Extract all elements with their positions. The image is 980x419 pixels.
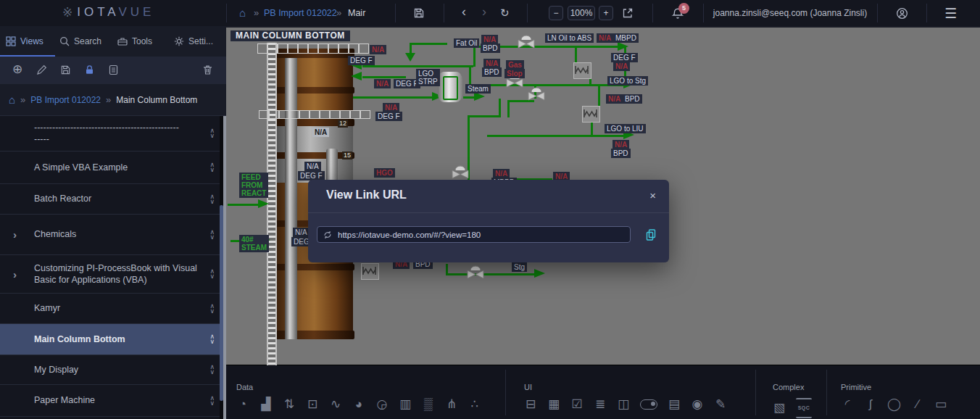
pipe-segment xyxy=(469,65,471,86)
map-icon[interactable]: ▧ xyxy=(773,402,786,415)
home-icon[interactable]: ⌂ xyxy=(239,7,246,18)
reorder-handle[interactable]: ∧∨ xyxy=(209,396,215,406)
zoom-in-button[interactable]: + xyxy=(599,6,613,20)
calendar-icon[interactable]: ▦ xyxy=(547,398,560,411)
reorder-handle[interactable]: ∧∨ xyxy=(209,230,215,240)
dial-icon[interactable]: ◶ xyxy=(375,398,389,411)
open-external-button[interactable] xyxy=(622,7,634,19)
heatmap-icon[interactable]: ▒ xyxy=(422,398,435,411)
sidebar-item-main-column-bottom[interactable]: Main Column Bottom∧∨ xyxy=(0,324,226,355)
button-icon[interactable]: ⊟ xyxy=(524,398,537,411)
reorder-handle[interactable]: ∧∨ xyxy=(209,128,215,138)
logo-text: IOTA xyxy=(77,5,118,19)
divider xyxy=(226,4,227,22)
save-view-button[interactable] xyxy=(413,7,425,19)
valve-icon xyxy=(528,87,545,101)
sidebar-item-label: Batch Reactor xyxy=(34,193,202,204)
copy-link-button[interactable] xyxy=(646,229,656,241)
tab-settings[interactable]: Setti... xyxy=(174,26,213,57)
sqc-icon[interactable]: SQC xyxy=(796,398,812,418)
ellipse-icon[interactable]: ◯ xyxy=(887,398,901,411)
canvas-label: N/A xyxy=(370,45,386,54)
breadcrumb-link[interactable]: PB Import 012022 xyxy=(264,8,337,18)
heat-exchanger-icon xyxy=(582,106,600,123)
tab-search[interactable]: Search xyxy=(59,26,101,57)
delete-button[interactable] xyxy=(202,65,214,76)
multiselect-icon[interactable]: ≣ xyxy=(594,398,607,411)
tab-tools[interactable]: Tools xyxy=(117,26,152,57)
reorder-handle[interactable]: ∧∨ xyxy=(209,269,215,279)
trend-chart-icon[interactable]: ∿ xyxy=(329,398,342,411)
canvas-label: HGO xyxy=(374,168,395,178)
breadcrumb-separator: » xyxy=(254,7,259,18)
text-input-icon[interactable]: ◫ xyxy=(617,398,630,411)
expand-chevron-icon[interactable]: › xyxy=(13,228,17,241)
sidebar-item-batch-reactor[interactable]: Batch Reactor∧∨ xyxy=(0,184,226,215)
divider xyxy=(877,4,878,22)
gauge-icon[interactable]: ◔ xyxy=(236,398,249,411)
sidebar-item-a-simple-vba-example[interactable]: A Simple VBA Example∧∨ xyxy=(0,152,226,184)
pencil-icon xyxy=(36,65,47,75)
sidebar-item--[interactable]: ----------------------------------------… xyxy=(0,116,226,152)
dialog-header: View Link URL × xyxy=(308,180,669,213)
breadcrumb-link[interactable]: PB Import 012022 xyxy=(30,95,101,105)
refresh-icon[interactable]: ↻ xyxy=(500,7,510,20)
hierarchy-icon[interactable]: ⋔ xyxy=(445,398,458,411)
rectangle-icon[interactable]: ▭ xyxy=(934,398,947,411)
pie-chart-icon[interactable]: ◕ xyxy=(352,398,365,411)
toggle-icon[interactable] xyxy=(640,399,657,410)
checkbox-icon[interactable]: ☑ xyxy=(570,398,584,411)
expand-chevron-icon[interactable]: › xyxy=(13,268,17,281)
close-button[interactable]: × xyxy=(649,189,656,202)
add-view-button[interactable]: ⊕ xyxy=(12,65,24,76)
value-box-icon[interactable]: ⊡ xyxy=(306,398,319,411)
table-icon[interactable]: ▥ xyxy=(399,398,412,411)
sidebar-item-paper-machine[interactable]: Paper Machine∧∨ xyxy=(0,385,226,417)
reorder-handle[interactable]: ∧∨ xyxy=(209,365,215,375)
reorder-handle[interactable]: ∧∨ xyxy=(209,162,215,173)
scatter-plot-icon[interactable]: ∴ xyxy=(468,398,481,411)
sidebar-item-label: Chemicals xyxy=(34,228,202,240)
link-url-value: https://iotavue-demo.com/#/?view=180 xyxy=(338,231,481,239)
menu-button[interactable]: ☰ xyxy=(944,5,957,22)
sidebar-item-kamyr[interactable]: Kamyr∧∨ xyxy=(0,294,226,324)
lock-button[interactable] xyxy=(84,65,96,76)
sidebar-item-customizing-pi-processbo[interactable]: ›Customizing PI-ProcessBook with Visual … xyxy=(0,255,226,294)
arc-icon[interactable]: ◜ xyxy=(841,398,854,411)
account-button[interactable] xyxy=(896,7,908,20)
flow-arrow-icon xyxy=(351,72,362,80)
chevron-down-icon: ∨ xyxy=(209,133,215,138)
search-icon xyxy=(59,36,70,46)
range-icon[interactable]: ⇅ xyxy=(283,398,296,411)
divider xyxy=(444,4,444,22)
save-button[interactable] xyxy=(60,65,72,76)
reorder-handle[interactable]: ∧∨ xyxy=(209,304,215,314)
reorder-handle[interactable]: ∧∨ xyxy=(209,194,215,204)
bar-chart-icon[interactable]: ▟ xyxy=(259,398,273,411)
radio-button-icon[interactable]: ◉ xyxy=(691,398,704,411)
dialog-title: View Link URL xyxy=(326,188,407,202)
canvas-label: MAIN COLUMN BOTTOM xyxy=(231,30,350,41)
canvas-label: N/A xyxy=(304,162,321,171)
breadcrumb-separator: » xyxy=(106,94,111,105)
sidebar-item-chemicals[interactable]: ›Chemicals∧∨ xyxy=(0,215,226,255)
link-url-input[interactable]: https://iotavue-demo.com/#/?view=180 xyxy=(317,226,631,243)
external-link-icon xyxy=(622,7,634,19)
pipe-segment xyxy=(487,135,623,137)
back-button[interactable]: ‹ xyxy=(462,4,466,20)
edit-button[interactable] xyxy=(36,65,48,76)
home-icon[interactable]: ⌂ xyxy=(9,94,15,105)
link-refresh-icon xyxy=(323,230,333,240)
document-list-button[interactable] xyxy=(108,65,120,76)
sidebar-item-label: Paper Machine xyxy=(34,394,202,406)
forward-button[interactable]: › xyxy=(482,4,486,20)
s-curve-icon[interactable]: ʃ xyxy=(864,398,877,411)
tab-views[interactable]: Views xyxy=(6,26,43,57)
reorder-handle[interactable]: ∧∨ xyxy=(209,334,215,344)
line-icon[interactable]: ∕ xyxy=(911,398,924,411)
sidebar-item-my-display[interactable]: My Display∧∨ xyxy=(0,355,226,385)
edit-icon[interactable]: ✎ xyxy=(714,398,727,411)
list-icon[interactable]: ▤ xyxy=(668,398,681,411)
zoom-out-button[interactable]: − xyxy=(549,6,563,20)
canvas-label: N/A xyxy=(312,128,329,137)
